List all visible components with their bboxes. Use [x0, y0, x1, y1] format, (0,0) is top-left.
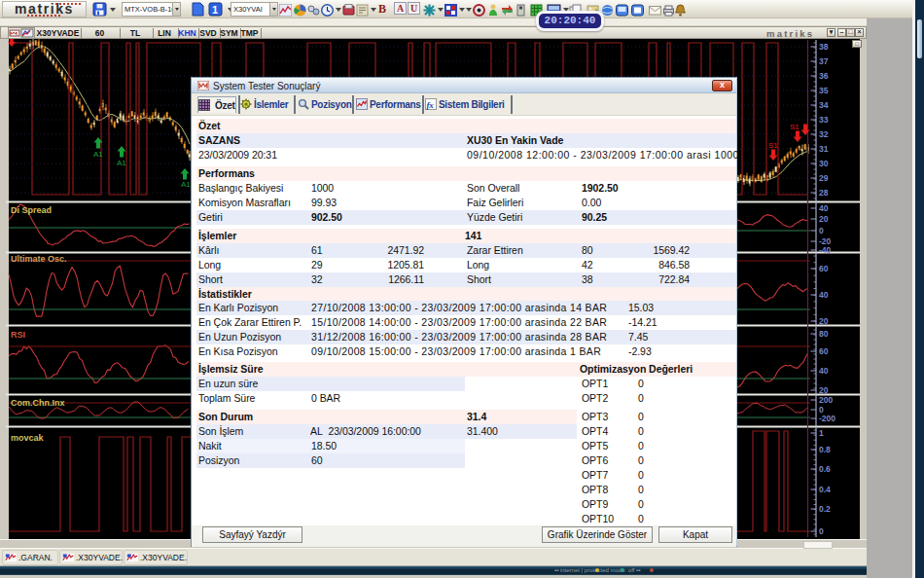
svg-text:1: 1 [819, 428, 824, 438]
svg-text:32: 32 [819, 129, 829, 139]
svg-text:-200: -200 [819, 414, 835, 423]
svg-text:0.2: 0.2 [819, 504, 831, 514]
svg-text:80: 80 [819, 329, 829, 339]
svg-text:1: 1 [212, 4, 218, 16]
svg-text:200: 200 [819, 395, 833, 405]
svg-text:movcak: movcak [11, 433, 45, 443]
svg-text:30: 30 [819, 159, 829, 168]
svg-text:A1: A1 [93, 150, 103, 159]
svg-text:A1: A1 [181, 180, 191, 189]
svg-text:20: 20 [819, 385, 829, 395]
svg-text:RSI: RSI [11, 330, 25, 340]
svg-text:31: 31 [819, 144, 829, 154]
svg-text:S1: S1 [790, 123, 800, 131]
svg-text:34: 34 [819, 100, 829, 110]
svg-text:40: 40 [819, 203, 829, 213]
svg-text:29: 29 [819, 173, 829, 183]
svg-text:60: 60 [819, 264, 829, 273]
svg-text:Com.Chn.Inx: Com.Chn.Inx [11, 398, 65, 408]
svg-text:20: 20 [819, 316, 829, 326]
svg-text:A1: A1 [117, 159, 126, 167]
svg-text:20: 20 [819, 214, 829, 224]
svg-text:0.4: 0.4 [819, 485, 831, 494]
svg-text:0.6: 0.6 [819, 464, 831, 474]
svg-text:S1: S1 [768, 141, 778, 150]
svg-text:0: 0 [819, 526, 824, 536]
svg-text:37: 37 [819, 56, 829, 66]
svg-text:0: 0 [819, 226, 824, 235]
svg-text:36: 36 [819, 71, 829, 81]
svg-text:40: 40 [819, 366, 829, 376]
svg-text:28: 28 [819, 188, 829, 198]
svg-text:0.8: 0.8 [819, 445, 831, 454]
svg-text:60: 60 [819, 346, 829, 356]
svg-text:38: 38 [819, 42, 829, 52]
svg-text:Di Spread: Di Spread [11, 205, 52, 215]
svg-text:33: 33 [819, 115, 829, 125]
svg-text:-40: -40 [819, 245, 832, 255]
svg-text:Ultimate Osc.: Ultimate Osc. [11, 254, 67, 264]
svg-text:40: 40 [819, 290, 829, 300]
svg-text:35: 35 [819, 86, 829, 95]
svg-text:fx: fx [427, 100, 435, 110]
